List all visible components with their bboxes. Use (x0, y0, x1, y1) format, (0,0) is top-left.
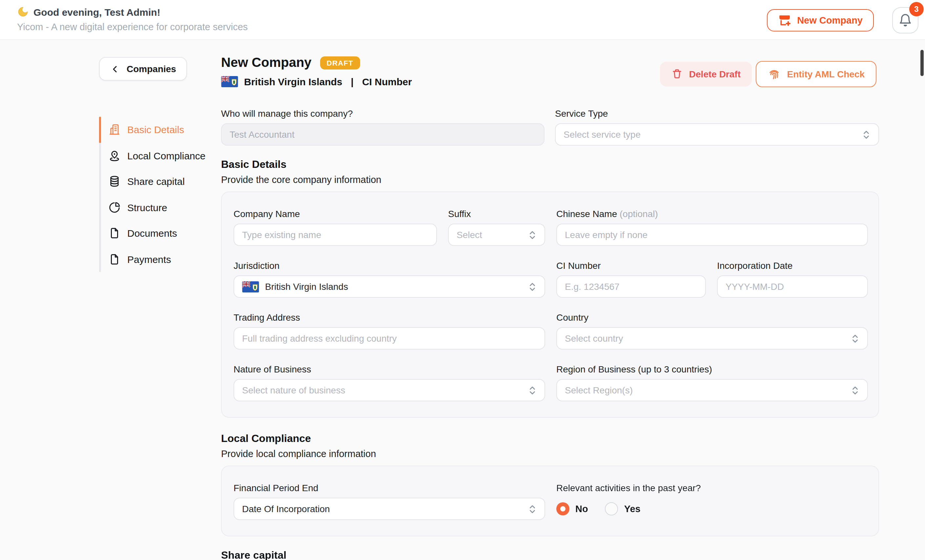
basic-details-card: Company Name Suffix Select Chinese Name (221, 191, 879, 418)
greeting-block: Good evening, Test Admin! Yicom - A new … (17, 6, 248, 32)
trading-address-label: Trading Address (234, 312, 545, 323)
nature-of-business-label: Nature of Business (234, 364, 545, 375)
region-of-business-select[interactable]: Select Region(s) (556, 379, 868, 401)
sidebar-item-label: Payments (127, 254, 171, 265)
jurisdiction-select[interactable]: British Virgin Islands (234, 275, 545, 298)
entity-aml-check-label: Entity AML Check (787, 69, 865, 79)
region-of-business-field-group: Region of Business (up to 3 countries) S… (556, 364, 868, 401)
company-name-field-group: Company Name (234, 209, 437, 246)
sidebar-item-structure[interactable]: Structure (99, 194, 217, 220)
sidebar-item-share-capital[interactable]: Share capital (99, 169, 217, 194)
back-to-companies-button[interactable]: Companies (99, 57, 187, 81)
chevron-up-down-icon (851, 385, 859, 396)
chinese-name-label: Chinese Name (optional) (556, 209, 868, 219)
chinese-name-input[interactable] (556, 224, 868, 246)
sidebar-item-label: Structure (127, 202, 167, 213)
page-title: New Company (221, 55, 312, 70)
country-field-group: Country Select country (556, 312, 868, 349)
fingerprint-icon (768, 68, 781, 81)
app-header: Good evening, Test Admin! Yicom - A new … (0, 0, 925, 40)
nature-of-business-field-group: Nature of Business Select nature of busi… (234, 364, 545, 401)
chevron-up-down-icon (528, 503, 536, 515)
country-label: Country (556, 312, 868, 323)
chevron-left-icon (110, 64, 120, 74)
service-type-field-group: Service Type Select service type (555, 108, 879, 146)
manager-label: Who will manage this company? (221, 108, 544, 119)
file-icon (108, 227, 121, 240)
sidebar-item-payments[interactable]: Payments (99, 246, 217, 272)
chevron-up-down-icon (528, 385, 536, 396)
building-icon (108, 123, 121, 136)
entity-aml-check-button[interactable]: Entity AML Check (756, 61, 877, 87)
trading-address-input[interactable] (234, 327, 545, 349)
chevron-up-down-icon (528, 281, 536, 292)
notifications-button[interactable]: 3 (892, 7, 919, 33)
database-icon (108, 175, 121, 188)
trash-icon (672, 68, 683, 80)
suffix-field-group: Suffix Select (448, 209, 545, 246)
chinese-name-field-group: Chinese Name (optional) (556, 209, 868, 246)
bell-icon (898, 13, 913, 27)
country-select[interactable]: Select country (556, 327, 868, 349)
pie-chart-icon (108, 201, 121, 214)
sidebar-item-basic-details[interactable]: Basic Details (99, 117, 217, 143)
app: Good evening, Test Admin! Yicom - A new … (0, 0, 925, 560)
notification-badge: 3 (909, 2, 924, 17)
manager-field-group: Who will manage this company? (221, 108, 544, 146)
sidebar-rail-active (99, 117, 101, 143)
sidebar-item-label: Basic Details (127, 124, 184, 135)
file-icon (108, 253, 121, 266)
store-plus-icon (778, 14, 791, 27)
bvi-flag-icon (242, 281, 259, 292)
sidebar-item-local-compliance[interactable]: Local Compliance (99, 143, 217, 169)
relevant-activities-yes-option[interactable]: Yes (605, 502, 640, 515)
scrollbar-thumb[interactable] (920, 50, 924, 76)
bvi-flag-icon (221, 76, 238, 87)
back-label: Companies (127, 63, 176, 74)
separator: | (351, 76, 354, 87)
sidebar-item-documents[interactable]: Documents (99, 220, 217, 246)
header-actions: New Company 3 (767, 7, 919, 33)
location-pin-icon (108, 149, 121, 162)
jurisdiction-text: British Virgin Islands (244, 76, 342, 87)
chevron-up-down-icon (528, 229, 536, 240)
greeting-text: Good evening, Test Admin! (33, 6, 160, 17)
financial-period-end-field-group: Financial Period End Date Of Incorporati… (234, 483, 545, 520)
sidebar-item-label: Share capital (127, 176, 185, 187)
region-of-business-label: Region of Business (up to 3 countries) (556, 364, 868, 375)
delete-draft-button[interactable]: Delete Draft (660, 62, 752, 87)
relevant-activities-no-option[interactable]: No (556, 502, 588, 515)
local-compliance-heading: Local Compliance (221, 433, 879, 445)
sidebar-item-label: Local Compliance (127, 150, 205, 161)
ci-number-label: CI Number (556, 260, 706, 271)
manager-input[interactable] (221, 123, 544, 146)
service-type-label: Service Type (555, 108, 879, 119)
company-name-label: Company Name (234, 209, 437, 219)
basic-details-heading: Basic Details (221, 159, 879, 170)
financial-period-end-label: Financial Period End (234, 483, 545, 493)
local-compliance-card: Financial Period End Date Of Incorporati… (221, 465, 879, 536)
ci-number-input[interactable] (556, 275, 706, 298)
ci-number-field-group: CI Number (556, 260, 706, 298)
suffix-select[interactable]: Select (448, 224, 545, 246)
relevant-activities-field-group: Relevant activities in the past year? No… (556, 483, 868, 520)
incorporation-date-field-group: Incorporation Date (717, 260, 868, 298)
company-name-input[interactable] (234, 224, 437, 246)
local-compliance-subheading: Provide local compliance information (221, 449, 879, 459)
chevron-up-down-icon (851, 333, 859, 344)
financial-period-end-select[interactable]: Date Of Incorporation (234, 498, 545, 520)
trading-address-field-group: Trading Address (234, 312, 545, 349)
new-company-label: New Company (797, 15, 863, 26)
section-sidebar: Basic Details Local Compliance (99, 117, 217, 272)
draft-status-badge: DRAFT (320, 56, 360, 69)
nature-of-business-select[interactable]: Select nature of business (234, 379, 545, 401)
jurisdiction-label: Jurisdiction (234, 260, 545, 271)
incorporation-date-input[interactable] (717, 275, 868, 298)
sidebar-item-label: Documents (127, 228, 177, 239)
delete-draft-label: Delete Draft (689, 69, 741, 79)
service-type-select[interactable]: Select service type (555, 123, 879, 146)
new-company-button[interactable]: New Company (767, 9, 874, 32)
incorporation-date-label: Incorporation Date (717, 260, 868, 271)
share-capital-heading: Share capital (221, 549, 879, 560)
radio-unchecked-icon (605, 502, 618, 515)
